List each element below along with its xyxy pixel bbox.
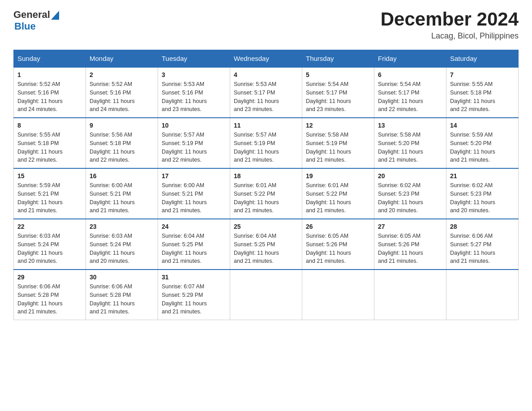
day-number: 14 (450, 122, 515, 129)
day-number: 1 (17, 71, 82, 78)
day-number: 7 (450, 71, 515, 78)
day-number: 31 (162, 274, 226, 281)
day-info: Sunrise: 6:02 AMSunset: 5:23 PMDaylight:… (450, 181, 515, 215)
table-row: 18Sunrise: 6:01 AMSunset: 5:22 PMDayligh… (230, 168, 302, 219)
day-info: Sunrise: 6:07 AMSunset: 5:29 PMDaylight:… (162, 283, 226, 316)
day-number: 12 (306, 122, 370, 129)
day-info: Sunrise: 6:04 AMSunset: 5:25 PMDaylight:… (234, 232, 298, 265)
col-sunday: Sunday (14, 50, 86, 68)
day-number: 28 (450, 223, 515, 230)
header-right: December 2024 Lacag, Bicol, Philippines (381, 9, 519, 41)
day-info: Sunrise: 6:06 AMSunset: 5:28 PMDaylight:… (17, 283, 82, 316)
table-row: 6Sunrise: 5:54 AMSunset: 5:17 PMDaylight… (374, 67, 446, 118)
day-info: Sunrise: 5:53 AMSunset: 5:17 PMDaylight:… (234, 80, 298, 114)
table-row: 20Sunrise: 6:02 AMSunset: 5:23 PMDayligh… (374, 168, 446, 219)
logo: General Blue (13, 9, 59, 32)
table-row: 10Sunrise: 5:57 AMSunset: 5:19 PMDayligh… (158, 118, 230, 168)
table-row: 29Sunrise: 6:06 AMSunset: 5:28 PMDayligh… (14, 270, 86, 320)
calendar-week-row: 1Sunrise: 5:52 AMSunset: 5:16 PMDaylight… (14, 67, 519, 118)
col-wednesday: Wednesday (230, 50, 302, 68)
col-saturday: Saturday (446, 50, 519, 68)
col-thursday: Thursday (302, 50, 374, 68)
table-row: 13Sunrise: 5:58 AMSunset: 5:20 PMDayligh… (374, 118, 446, 168)
logo-blue-text: Blue (14, 21, 36, 32)
table-row: 15Sunrise: 5:59 AMSunset: 5:21 PMDayligh… (14, 168, 86, 219)
table-row: 11Sunrise: 5:57 AMSunset: 5:19 PMDayligh… (230, 118, 302, 168)
col-tuesday: Tuesday (158, 50, 230, 68)
table-row (302, 270, 374, 320)
table-row: 22Sunrise: 6:03 AMSunset: 5:24 PMDayligh… (14, 219, 86, 270)
day-info: Sunrise: 5:55 AMSunset: 5:18 PMDaylight:… (17, 131, 82, 164)
day-info: Sunrise: 6:04 AMSunset: 5:25 PMDaylight:… (162, 232, 226, 265)
day-number: 19 (306, 172, 370, 180)
day-info: Sunrise: 6:01 AMSunset: 5:22 PMDaylight:… (306, 181, 370, 215)
day-number: 20 (378, 172, 442, 180)
table-row: 31Sunrise: 6:07 AMSunset: 5:29 PMDayligh… (158, 270, 230, 320)
table-row: 9Sunrise: 5:56 AMSunset: 5:18 PMDaylight… (86, 118, 158, 168)
table-row: 19Sunrise: 6:01 AMSunset: 5:22 PMDayligh… (302, 168, 374, 219)
table-row: 4Sunrise: 5:53 AMSunset: 5:17 PMDaylight… (230, 67, 302, 118)
table-row: 21Sunrise: 6:02 AMSunset: 5:23 PMDayligh… (446, 168, 519, 219)
logo-triangle-icon (51, 11, 59, 20)
table-row (446, 270, 519, 320)
day-info: Sunrise: 6:03 AMSunset: 5:24 PMDaylight:… (90, 232, 154, 265)
day-info: Sunrise: 6:05 AMSunset: 5:26 PMDaylight:… (306, 232, 370, 265)
day-number: 13 (378, 122, 442, 129)
day-info: Sunrise: 5:58 AMSunset: 5:19 PMDaylight:… (306, 131, 370, 164)
table-row: 28Sunrise: 6:06 AMSunset: 5:27 PMDayligh… (446, 219, 519, 270)
table-row: 25Sunrise: 6:04 AMSunset: 5:25 PMDayligh… (230, 219, 302, 270)
day-number: 15 (17, 172, 82, 180)
svg-marker-0 (51, 11, 59, 20)
day-number: 17 (162, 172, 226, 180)
table-row: 7Sunrise: 5:55 AMSunset: 5:18 PMDaylight… (446, 67, 519, 118)
table-row: 2Sunrise: 5:52 AMSunset: 5:16 PMDaylight… (86, 67, 158, 118)
day-info: Sunrise: 5:57 AMSunset: 5:19 PMDaylight:… (162, 131, 226, 164)
day-number: 26 (306, 223, 370, 230)
table-row: 26Sunrise: 6:05 AMSunset: 5:26 PMDayligh… (302, 219, 374, 270)
table-row: 30Sunrise: 6:06 AMSunset: 5:28 PMDayligh… (86, 270, 158, 320)
calendar-week-row: 29Sunrise: 6:06 AMSunset: 5:28 PMDayligh… (14, 270, 519, 320)
table-row: 1Sunrise: 5:52 AMSunset: 5:16 PMDaylight… (14, 67, 86, 118)
day-info: Sunrise: 6:02 AMSunset: 5:23 PMDaylight:… (378, 181, 442, 215)
day-number: 2 (90, 71, 154, 78)
calendar-header-row: Sunday Monday Tuesday Wednesday Thursday… (14, 50, 519, 68)
day-info: Sunrise: 5:59 AMSunset: 5:21 PMDaylight:… (17, 181, 82, 215)
day-number: 8 (17, 122, 82, 129)
table-row: 8Sunrise: 5:55 AMSunset: 5:18 PMDaylight… (14, 118, 86, 168)
table-row: 16Sunrise: 6:00 AMSunset: 5:21 PMDayligh… (86, 168, 158, 219)
day-number: 10 (162, 122, 226, 129)
day-number: 24 (162, 223, 226, 230)
day-number: 29 (17, 274, 82, 281)
day-info: Sunrise: 5:59 AMSunset: 5:20 PMDaylight:… (450, 131, 515, 164)
day-info: Sunrise: 6:03 AMSunset: 5:24 PMDaylight:… (17, 232, 82, 265)
day-info: Sunrise: 6:01 AMSunset: 5:22 PMDaylight:… (234, 181, 298, 215)
day-info: Sunrise: 5:55 AMSunset: 5:18 PMDaylight:… (450, 80, 515, 114)
day-info: Sunrise: 5:57 AMSunset: 5:19 PMDaylight:… (234, 131, 298, 164)
logo-general-text: General (13, 9, 50, 21)
day-info: Sunrise: 6:06 AMSunset: 5:27 PMDaylight:… (450, 232, 515, 265)
col-monday: Monday (86, 50, 158, 68)
table-row: 27Sunrise: 6:05 AMSunset: 5:26 PMDayligh… (374, 219, 446, 270)
calendar-week-row: 22Sunrise: 6:03 AMSunset: 5:24 PMDayligh… (14, 219, 519, 270)
day-info: Sunrise: 5:53 AMSunset: 5:16 PMDaylight:… (162, 80, 226, 114)
day-number: 25 (234, 223, 298, 230)
table-row (230, 270, 302, 320)
day-info: Sunrise: 5:56 AMSunset: 5:18 PMDaylight:… (90, 131, 154, 164)
day-number: 11 (234, 122, 298, 129)
day-number: 18 (234, 172, 298, 180)
day-info: Sunrise: 5:54 AMSunset: 5:17 PMDaylight:… (378, 80, 442, 114)
day-number: 27 (378, 223, 442, 230)
day-info: Sunrise: 5:54 AMSunset: 5:17 PMDaylight:… (306, 80, 370, 114)
day-info: Sunrise: 5:52 AMSunset: 5:16 PMDaylight:… (17, 80, 82, 114)
col-friday: Friday (374, 50, 446, 68)
location-title: Lacag, Bicol, Philippines (381, 31, 519, 41)
table-row: 23Sunrise: 6:03 AMSunset: 5:24 PMDayligh… (86, 219, 158, 270)
day-info: Sunrise: 5:52 AMSunset: 5:16 PMDaylight:… (90, 80, 154, 114)
table-row: 14Sunrise: 5:59 AMSunset: 5:20 PMDayligh… (446, 118, 519, 168)
table-row: 17Sunrise: 6:00 AMSunset: 5:21 PMDayligh… (158, 168, 230, 219)
day-info: Sunrise: 6:00 AMSunset: 5:21 PMDaylight:… (162, 181, 226, 215)
calendar-week-row: 8Sunrise: 5:55 AMSunset: 5:18 PMDaylight… (14, 118, 519, 168)
day-number: 5 (306, 71, 370, 78)
day-number: 21 (450, 172, 515, 180)
day-info: Sunrise: 5:58 AMSunset: 5:20 PMDaylight:… (378, 131, 442, 164)
